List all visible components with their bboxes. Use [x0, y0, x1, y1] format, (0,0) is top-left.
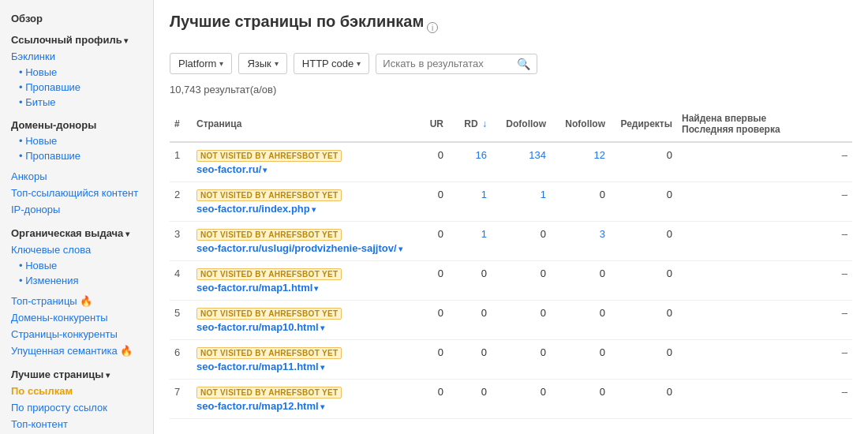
cell-redirects: 0 [610, 380, 677, 419]
not-visited-badge: NOT VISITED BY AHREFSBOT YET [196, 268, 342, 280]
not-visited-badge: NOT VISITED BY AHREFSBOT YET [196, 308, 342, 320]
cell-nofollow[interactable]: 3 [551, 222, 610, 261]
page-dropdown-arrow[interactable]: ▾ [320, 324, 324, 332]
main-content: Лучшие страницы по бэклинкам i Platform … [154, 0, 868, 434]
cell-ur: 0 [413, 301, 448, 340]
sidebar: Обзор Ссылочный профиль Бэклинки Новые П… [0, 0, 154, 434]
table-row: 1 NOT VISITED BY AHREFSBOT YET seo-facto… [170, 142, 852, 182]
http-label: HTTP code [302, 58, 354, 69]
page-dropdown-arrow[interactable]: ▾ [263, 166, 267, 174]
sidebar-item-lost[interactable]: Пропавшие [0, 80, 153, 95]
cell-dofollow: 0 [492, 340, 551, 380]
col-num: # [170, 107, 192, 142]
sidebar-item-kw-new[interactable]: Новые [0, 258, 153, 273]
page-link[interactable]: seo-factor.ru/▾ [196, 163, 267, 175]
page-link[interactable]: seo-factor.ru/uslugi/prodvizhenie-sajjto… [196, 242, 402, 254]
col-found: Найдена впервые Последняя проверка [677, 107, 852, 142]
filters-row: Platform ▾ Язык ▾ HTTP code ▾ 🔍 [170, 53, 852, 74]
cell-nofollow: 0 [551, 380, 610, 419]
cell-redirects: 0 [610, 222, 677, 261]
page-dropdown-arrow[interactable]: ▾ [320, 363, 324, 372]
page-dropdown-arrow[interactable]: ▾ [312, 205, 316, 214]
search-icon[interactable]: 🔍 [517, 58, 530, 70]
cell-dash: – [677, 261, 852, 301]
search-input[interactable] [383, 58, 517, 69]
cell-dofollow[interactable]: 134 [492, 142, 551, 182]
cell-page: NOT VISITED BY AHREFSBOT YET seo-factor.… [192, 182, 413, 222]
page-dropdown-arrow[interactable]: ▾ [320, 402, 324, 411]
page-dropdown-arrow[interactable]: ▾ [398, 245, 402, 253]
platform-filter[interactable]: Platform ▾ [170, 53, 232, 74]
cell-ur: 0 [413, 182, 448, 222]
sidebar-item-keywords[interactable]: Ключевые слова [0, 241, 153, 258]
language-filter[interactable]: Язык ▾ [238, 53, 286, 74]
table-header-row: # Страница UR RD ↓ Dofollow Nofollow Ред… [170, 107, 852, 142]
info-icon[interactable]: i [427, 22, 438, 33]
cell-num: 1 [170, 142, 192, 182]
cell-redirects: 0 [610, 182, 677, 222]
table-body: 1 NOT VISITED BY AHREFSBOT YET seo-facto… [170, 142, 852, 419]
http-filter[interactable]: HTTP code ▾ [294, 53, 370, 74]
cell-redirects: 0 [610, 301, 677, 340]
sidebar-item-ip-donors[interactable]: IP-доноры [0, 201, 153, 218]
cell-dofollow: 0 [492, 261, 551, 301]
results-count: 10,743 результат(а/ов) [170, 84, 852, 95]
cell-rd: 0 [448, 301, 492, 340]
sidebar-item-anchors[interactable]: Анкоры [0, 168, 153, 185]
sidebar-item-top-pages[interactable]: Топ-страницы 🔥 [0, 293, 153, 309]
sidebar-item-lost-semantics[interactable]: Упущенная семантика 🔥 [0, 342, 153, 359]
sidebar-section-donor-domains[interactable]: Домены-доноры [0, 114, 153, 133]
sidebar-item-by-growth[interactable]: По приросту ссылок [0, 399, 153, 416]
page-link[interactable]: seo-factor.ru/map1.html▾ [196, 282, 318, 294]
platform-arrow: ▾ [219, 59, 223, 68]
page-dropdown-arrow[interactable]: ▾ [314, 284, 318, 293]
sidebar-item-overview[interactable]: Обзор [0, 8, 153, 29]
page-link[interactable]: seo-factor.ru/map12.html▾ [196, 400, 324, 412]
cell-nofollow: 0 [551, 301, 610, 340]
sidebar-item-top-linking[interactable]: Топ-ссылающийся контент [0, 185, 153, 201]
cell-rd[interactable]: 1 [448, 222, 492, 261]
page-link[interactable]: seo-factor.ru/index.php▾ [196, 203, 316, 215]
col-dofollow: Dofollow [492, 107, 551, 142]
sidebar-item-backlinks[interactable]: Бэклинки [0, 48, 153, 65]
cell-num: 5 [170, 301, 192, 340]
found-line1: Найдена впервые [682, 113, 766, 124]
sidebar-item-new[interactable]: Новые [0, 65, 153, 80]
cell-redirects: 0 [610, 142, 677, 182]
cell-rd[interactable]: 1 [448, 182, 492, 222]
sidebar-item-competitor-domains[interactable]: Домены-конкуренты [0, 309, 153, 326]
cell-nofollow: 0 [551, 261, 610, 301]
search-container: 🔍 [376, 54, 537, 74]
cell-dash: – [677, 222, 852, 261]
not-visited-badge: NOT VISITED BY AHREFSBOT YET [196, 229, 342, 241]
cell-nofollow[interactable]: 12 [551, 142, 610, 182]
cell-dofollow[interactable]: 1 [492, 182, 551, 222]
sidebar-section-best-pages[interactable]: Лучшие страницы [0, 364, 153, 383]
cell-ur: 0 [413, 340, 448, 380]
sidebar-section-organic[interactable]: Органическая выдача [0, 223, 153, 241]
sidebar-item-competitor-pages[interactable]: Страницы-конкуренты [0, 326, 153, 342]
page-link[interactable]: seo-factor.ru/map11.html▾ [196, 361, 324, 372]
col-page: Страница [192, 107, 413, 142]
not-visited-badge: NOT VISITED BY AHREFSBOT YET [196, 387, 342, 398]
cell-num: 3 [170, 222, 192, 261]
cell-page: NOT VISITED BY AHREFSBOT YET seo-factor.… [192, 301, 413, 340]
sidebar-item-donor-lost[interactable]: Пропавшие [0, 148, 153, 163]
cell-nofollow: 0 [551, 182, 610, 222]
language-label: Язык [247, 58, 271, 69]
cell-ur: 0 [413, 142, 448, 182]
sidebar-section-link-profile[interactable]: Ссылочный профиль [0, 29, 153, 48]
cell-dash: – [677, 301, 852, 340]
sidebar-item-by-links[interactable]: По ссылкам [0, 383, 153, 399]
sidebar-item-broken[interactable]: Битые [0, 95, 153, 110]
sidebar-item-top-content[interactable]: Топ-контент [0, 416, 153, 432]
cell-rd: 0 [448, 261, 492, 301]
sidebar-item-donor-new[interactable]: Новые [0, 133, 153, 148]
table-row: 7 NOT VISITED BY AHREFSBOT YET seo-facto… [170, 380, 852, 419]
cell-dofollow: 0 [492, 301, 551, 340]
page-link[interactable]: seo-factor.ru/map10.html▾ [196, 321, 324, 333]
col-rd[interactable]: RD ↓ [448, 107, 492, 142]
sidebar-item-kw-changes[interactable]: Изменения [0, 273, 153, 288]
cell-redirects: 0 [610, 340, 677, 380]
cell-rd[interactable]: 16 [448, 142, 492, 182]
